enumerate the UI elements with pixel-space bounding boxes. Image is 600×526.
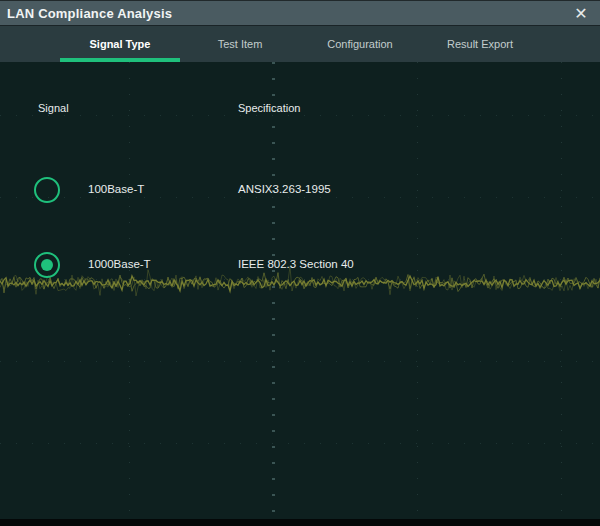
tab-configuration[interactable]: Configuration [300,26,420,62]
column-header-specification: Specification [238,102,300,114]
lan-compliance-dialog: LAN Compliance Analysis ✕ Signal Type Te… [0,0,600,526]
gridline-vertical [561,62,562,519]
table-row-1000base-t[interactable]: 1000Base-T IEEE 802.3 Section 40 [0,245,600,285]
signal-label: 100Base-T [88,183,144,195]
specification-label: ANSIX3.263-1995 [238,183,331,195]
gridline-vertical-center [272,62,275,519]
close-icon[interactable]: ✕ [568,1,594,27]
tab-result-export[interactable]: Result Export [420,26,540,62]
gridline-horizontal [0,361,600,362]
dialog-titlebar: LAN Compliance Analysis ✕ [0,0,600,26]
column-header-signal: Signal [38,102,69,114]
tab-test-item[interactable]: Test Item [180,26,300,62]
bottom-edge-strip [0,519,600,526]
specification-label: IEEE 802.3 Section 40 [238,258,354,270]
gridline-vertical [129,62,130,519]
gridline-horizontal [0,443,600,444]
radio-button-100base-t[interactable] [34,177,60,203]
dialog-title: LAN Compliance Analysis [0,6,172,21]
radio-button-1000base-t[interactable] [34,252,60,278]
gridline-horizontal [0,115,600,116]
graticule [0,62,600,519]
table-row-100base-t[interactable]: 100Base-T ANSIX3.263-1995 [0,170,600,210]
signal-label: 1000Base-T [88,258,151,270]
gridline-vertical [417,62,418,519]
tab-signal-type[interactable]: Signal Type [60,26,180,62]
tab-bar: Signal Type Test Item Configuration Resu… [0,26,600,62]
